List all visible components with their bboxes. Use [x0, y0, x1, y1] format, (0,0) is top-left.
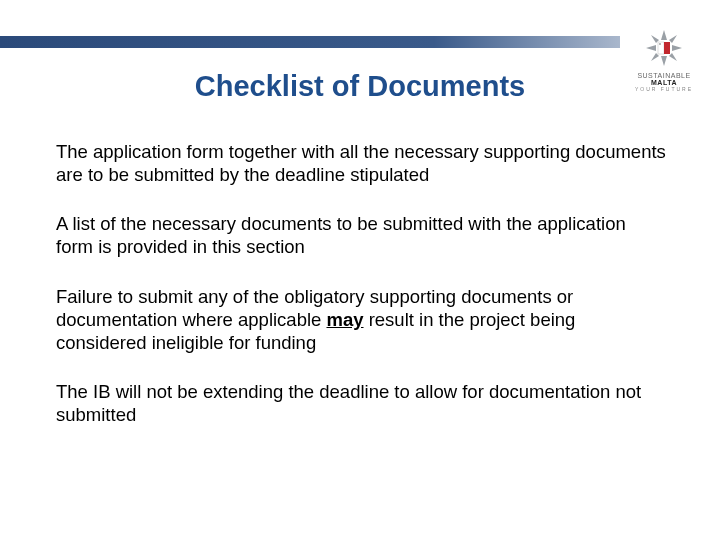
header-accent-bar: [0, 36, 620, 48]
svg-rect-2: [659, 43, 661, 45]
paragraph-4: The IB will not be extending the deadlin…: [56, 380, 666, 426]
malta-emblem-icon: [642, 26, 686, 70]
svg-rect-1: [664, 42, 670, 54]
slide-title: Checklist of Documents: [0, 70, 720, 103]
paragraph-2: A list of the necessary documents to be …: [56, 212, 666, 258]
p3-underlined: may: [326, 309, 363, 330]
paragraph-3: Failure to submit any of the obligatory …: [56, 285, 666, 354]
paragraph-1: The application form together with all t…: [56, 140, 666, 186]
slide-body: The application form together with all t…: [56, 140, 666, 452]
